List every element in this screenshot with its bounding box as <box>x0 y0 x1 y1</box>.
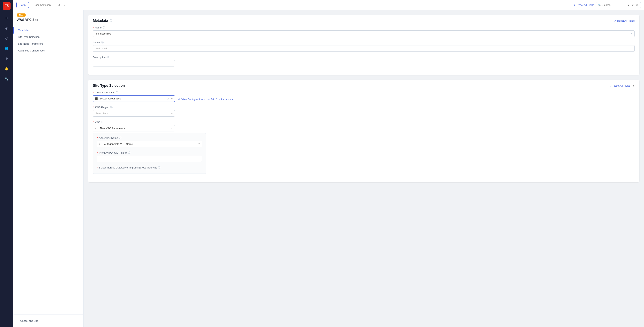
site-type-collapse-button[interactable]: ∧ <box>633 84 635 87</box>
vpc-select-wrapper: ↕ New VPC Parameters ∨ <box>93 125 175 131</box>
cloud-credentials-select[interactable]: system/syous-aws <box>93 95 175 102</box>
sidebar-item-network[interactable]: ⬡ <box>2 33 11 43</box>
name-input-wrapper: ✕ <box>93 30 635 37</box>
name-label: * Name ⓘ <box>93 26 635 29</box>
nav-item-metadata[interactable]: Metadata <box>13 27 83 33</box>
left-panel: New AWS VPC Site Metadata Site Type Sele… <box>13 10 84 327</box>
config-actions: 👁 View Configuration › ✏ Edit Configurat… <box>178 98 233 101</box>
description-label: Description ⓘ <box>93 55 635 59</box>
labels-form-group: Labels ⓘ <box>93 41 635 52</box>
nav-item-site-type[interactable]: Site Type Selection <box>13 33 83 40</box>
edit-icon: ✏ <box>208 98 210 101</box>
app-logo[interactable]: F5 <box>3 2 10 10</box>
select-ingress-info-icon[interactable]: ⓘ <box>158 166 160 169</box>
cloud-credentials-form-group: * Cloud Credentials ⓘ ⬛ system/syous-aws <box>93 91 635 102</box>
cloud-credentials-select-wrapper: ⬛ system/syous-aws ✕ ∨ <box>93 95 175 102</box>
manage-icon: ⚙ <box>5 57 8 60</box>
aws-region-label: * AWS Region ⓘ <box>93 106 635 109</box>
aws-region-select-wrapper: Select item ∨ <box>93 110 175 117</box>
name-input[interactable] <box>93 30 635 37</box>
sidebar-item-notifications[interactable]: 🔔 <box>2 64 11 73</box>
aws-vpc-name-select[interactable]: Autogenerate VPC Name <box>97 141 202 147</box>
sidebar-item-overview[interactable]: ◉ <box>2 23 11 33</box>
sidebar-item-manage[interactable]: ⚙ <box>2 54 11 63</box>
name-info-icon[interactable]: ⓘ <box>102 26 105 29</box>
sidebar-item-select[interactable]: ⊞ <box>2 13 11 23</box>
aws-region-info-icon[interactable]: ⓘ <box>110 106 112 109</box>
labels-input[interactable] <box>93 45 635 52</box>
search-next-button[interactable]: ∨ <box>631 3 634 7</box>
cloud-credentials-info-icon[interactable]: ⓘ <box>116 91 118 94</box>
cloud-credentials-select-icon: ⬛ <box>95 97 98 100</box>
topbar: Form Documentation JSON ↺ Reset All Fiel… <box>13 0 644 10</box>
primary-ipv4-info-icon[interactable]: ⓘ <box>128 151 130 154</box>
search-input[interactable] <box>602 3 626 6</box>
site-type-section-body: * Cloud Credentials ⓘ ⬛ system/syous-aws <box>88 91 639 182</box>
nav-item-site-node[interactable]: Site Node Parameters <box>13 40 83 47</box>
vpc-form-group: * VPC ⓘ ↕ New VPC Parameters ∨ <box>93 120 635 174</box>
labels-label: Labels ⓘ <box>93 41 635 44</box>
sidebar-item-services[interactable]: 🔧 <box>2 74 11 83</box>
site-type-section: Site Type Selection ↺ Reset All Fields ∧ <box>88 80 639 182</box>
metadata-section-header: Metadata ⓘ ↺ Reset All Fields <box>88 15 639 26</box>
site-type-section-title: Site Type Selection <box>93 84 125 88</box>
select-ingress-label: * Select Ingress Gateway or Ingress/Egre… <box>97 166 202 169</box>
tab-documentation[interactable]: Documentation <box>30 2 54 7</box>
aws-region-select[interactable]: Select item <box>93 110 175 117</box>
reset-icon: ↺ <box>574 3 576 6</box>
left-panel-header: New AWS VPC Site <box>13 10 83 25</box>
wrench-icon: 🔧 <box>5 77 8 81</box>
name-form-group: * Name ⓘ ✕ <box>93 26 635 37</box>
vpc-info-icon[interactable]: ⓘ <box>101 120 104 124</box>
panel-title: AWS VPC Site <box>17 18 80 22</box>
aws-region-form-group: * AWS Region ⓘ Select item ∨ <box>93 106 635 117</box>
labels-info-icon[interactable]: ⓘ <box>101 41 104 44</box>
search-close-button[interactable]: ✕ <box>635 3 639 7</box>
edit-config-arrow-icon: › <box>232 98 233 101</box>
description-form-group: Description ⓘ <box>93 55 635 66</box>
select-ingress-form-group: * Select Ingress Gateway or Ingress/Egre… <box>97 166 202 169</box>
tab-json[interactable]: JSON <box>56 2 68 7</box>
search-prev-button[interactable]: ∧ <box>627 3 630 7</box>
topbar-reset-button[interactable]: ↺ Reset All Fields <box>574 3 594 6</box>
cloud-credentials-clear-button[interactable]: ✕ <box>167 97 169 100</box>
primary-ipv4-input[interactable] <box>97 156 202 162</box>
vpc-select[interactable]: New VPC Parameters <box>93 125 175 131</box>
aws-vpc-name-label: * AWS VPC Name ⓘ <box>97 136 202 140</box>
primary-ipv4-form-group: * Primary IPv4 CIDR block ⓘ <box>97 151 202 162</box>
vpc-label: * VPC ⓘ <box>93 120 635 124</box>
site-type-reset-button[interactable]: ↺ Reset All Fields <box>610 84 630 87</box>
edit-configuration-button[interactable]: ✏ Edit Configuration › <box>208 98 233 101</box>
sites-icon: 🌐 <box>5 47 8 50</box>
cloud-credentials-label: * Cloud Credentials ⓘ <box>93 91 635 94</box>
site-type-section-header: Site Type Selection ↺ Reset All Fields ∧ <box>88 80 639 91</box>
search-icon: 🔍 <box>598 3 601 7</box>
description-input[interactable] <box>93 60 175 66</box>
metadata-info-icon[interactable]: ⓘ <box>110 19 112 23</box>
metadata-section: Metadata ⓘ ↺ Reset All Fields * <box>88 15 639 75</box>
view-configuration-button[interactable]: 👁 View Configuration › <box>178 98 204 101</box>
view-config-arrow-icon: › <box>204 98 204 101</box>
tab-form[interactable]: Form <box>16 2 29 8</box>
overview-icon: ◉ <box>5 26 8 30</box>
cancel-exit-button[interactable]: Cancel and Exit <box>17 318 41 324</box>
metadata-section-title: Metadata ⓘ <box>93 19 112 23</box>
network-icon: ⬡ <box>5 36 8 40</box>
sidebar-item-sites[interactable]: 🌐 <box>2 44 11 53</box>
aws-vpc-name-form-group: * AWS VPC Name ⓘ ↕ Autogenerate VPC Name <box>97 136 202 147</box>
right-content: Metadata ⓘ ↺ Reset All Fields * <box>84 10 644 327</box>
metadata-section-body: * Name ⓘ ✕ Labels <box>88 26 639 75</box>
primary-ipv4-label: * Primary IPv4 CIDR block ⓘ <box>97 151 202 154</box>
name-clear-button[interactable]: ✕ <box>630 32 633 35</box>
vpc-nested-section: * AWS VPC Name ⓘ ↕ Autogenerate VPC Name <box>93 133 206 174</box>
eye-icon: 👁 <box>178 98 180 101</box>
metadata-reset-button[interactable]: ↺ Reset All Fields <box>614 19 635 22</box>
main-layout: New AWS VPC Site Metadata Site Type Sele… <box>13 10 644 327</box>
reset-icon-site-type: ↺ <box>610 84 612 87</box>
left-panel-footer: Cancel and Exit <box>13 315 83 327</box>
new-badge: New <box>17 13 26 16</box>
description-info-icon[interactable]: ⓘ <box>106 55 109 59</box>
content-area: Form Documentation JSON ↺ Reset All Fiel… <box>13 0 644 327</box>
aws-vpc-name-info-icon[interactable]: ⓘ <box>119 136 121 140</box>
nav-item-advanced[interactable]: Advanced Configuration <box>13 47 83 54</box>
